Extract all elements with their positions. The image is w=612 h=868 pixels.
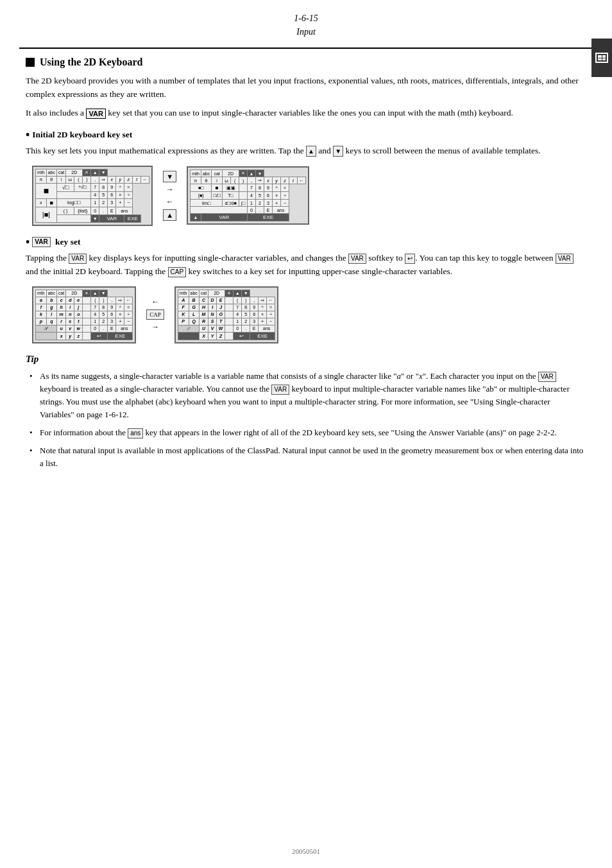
- var-key-tip2: VAR: [271, 385, 289, 395]
- sub-heading-2-text: key set: [53, 237, 81, 247]
- var-key-tip1: VAR: [538, 372, 556, 382]
- cap-key-ref: CAP: [168, 267, 187, 277]
- down-btn-1: ▼: [163, 171, 176, 182]
- keyboard-left-1: mthabccat2D ✕▲▼ πθiω(), ⇒xyzt← ■ √□ ⁿ√□ …: [32, 166, 153, 226]
- page-title: Input: [0, 25, 612, 39]
- main-content: Using the 2D Keyboard The 2D keyboard pr…: [0, 56, 612, 471]
- return-key-ref: ↩: [405, 254, 415, 264]
- sub-heading-1: • Initial 2D keyboard key set: [26, 129, 586, 141]
- tip-heading: Tip: [26, 354, 586, 365]
- right-arrow-2: →: [151, 322, 159, 332]
- page-header: 1-6-15 Input: [0, 0, 612, 44]
- left-arrow-1: ←: [166, 197, 174, 207]
- page-number: 1-6-15: [0, 12, 612, 25]
- sub-heading-2: • VAR key set: [26, 236, 586, 248]
- page-footer: 20050501: [0, 847, 612, 855]
- kbd-table-right-2: mthabccat2D ✕▲▼ A B C D E (),⇒← F G H I …: [178, 290, 275, 340]
- kbd-table-right-1: mthabccat2D ✕▲▼ πθiω(), ⇒xyzt← ■□ ■ ▣▣ 7…: [190, 169, 306, 221]
- sub2-body-text: Tapping the VAR key displays keys for in…: [26, 252, 586, 279]
- left-arrow-2: ←: [151, 297, 159, 307]
- cap-btn: CAP: [146, 309, 164, 320]
- intro-paragraph-1: The 2D keyboard provides you with a numb…: [26, 74, 586, 101]
- footer-text: 20050501: [292, 847, 320, 855]
- arrow-col-1: ▼ → ← ▲: [163, 171, 176, 221]
- right-arrow-1: →: [166, 185, 174, 195]
- var-key-ref-3: VAR: [556, 254, 574, 264]
- up-btn-1: ▲: [163, 209, 176, 221]
- keyboard-row-2: mthabccat2D ✕▲▼ a b c d e (),⇒← f g h i …: [32, 286, 586, 343]
- var-key-inline: VAR: [86, 108, 105, 119]
- sub1-body-text: This key set lets you input mathematical…: [26, 144, 586, 158]
- var-key-ref-1: VAR: [69, 254, 87, 264]
- sidebar-tab-icon: [595, 53, 608, 63]
- sidebar-tab[interactable]: [591, 39, 612, 77]
- kbd-table-left-1: mthabccat2D ✕▲▼ πθiω(), ⇒xyzt← ■ √□ ⁿ√□ …: [35, 169, 149, 223]
- keyboard-right-2: mthabccat2D ✕▲▼ A B C D E (),⇒← F G H I …: [174, 286, 278, 343]
- keyboard-left-2: mthabccat2D ✕▲▼ a b c d e (),⇒← f g h i …: [32, 286, 136, 343]
- var-key-ref-2: VAR: [348, 254, 366, 264]
- section-title: Using the 2D Keyboard: [40, 56, 142, 68]
- kbd-table-left-2: mthabccat2D ✕▲▼ a b c d e (),⇒← f g h i …: [35, 290, 133, 340]
- tip-item-2: For information about the ans key that a…: [26, 426, 586, 439]
- down-arrow-key: ▼: [333, 146, 343, 157]
- tip-item-3: Note that natural input is available in …: [26, 444, 586, 470]
- section-divider: [19, 48, 593, 49]
- intro-paragraph-2: It also includes a VAR key set that you …: [26, 107, 586, 120]
- var-label-2: VAR: [32, 237, 50, 247]
- sub-heading-1-title: Initial 2D keyboard key set: [32, 130, 132, 140]
- ans-key-tip: ans: [128, 428, 143, 438]
- up-arrow-key: ▲: [306, 146, 316, 157]
- tip-list: As its name suggests, a single-character…: [26, 370, 586, 471]
- section-heading: Using the 2D Keyboard: [26, 56, 586, 68]
- tip-item-1: As its name suggests, a single-character…: [26, 370, 586, 422]
- bullet-dot-2: •: [26, 236, 30, 248]
- arrow-col-2: ← CAP →: [146, 297, 164, 332]
- keyboard-row-1: mthabccat2D ✕▲▼ πθiω(), ⇒xyzt← ■ √□ ⁿ√□ …: [32, 166, 586, 226]
- keyboard-right-1: mthabccat2D ✕▲▼ πθiω(), ⇒xyzt← ■□ ■ ▣▣ 7…: [187, 166, 309, 225]
- heading-square-icon: [26, 58, 35, 67]
- bullet-dot-1: •: [26, 129, 30, 141]
